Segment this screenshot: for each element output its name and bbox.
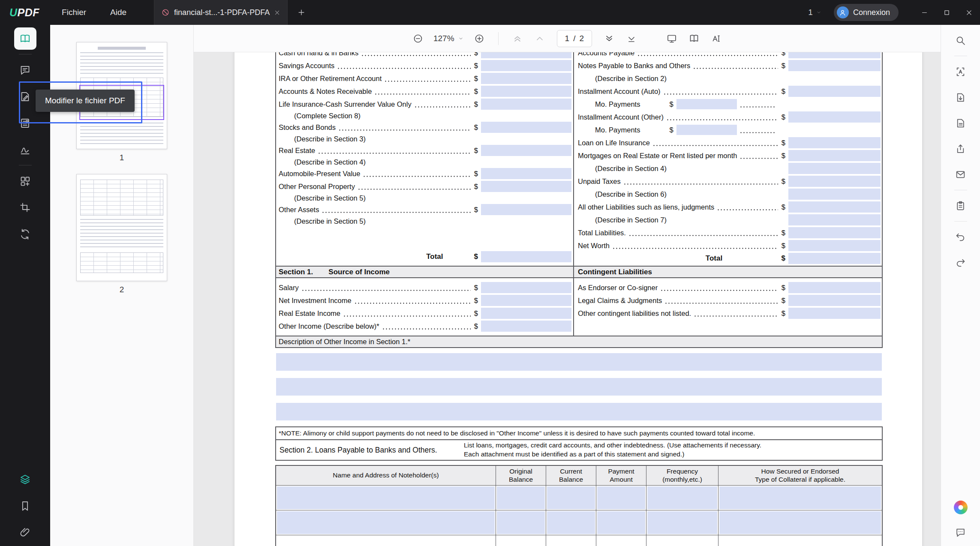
- form-field[interactable]: [676, 125, 737, 135]
- page-layout-button[interactable]: [685, 29, 703, 48]
- form-field[interactable]: [788, 150, 881, 161]
- convert-icon[interactable]: [14, 223, 36, 245]
- tab-close-icon[interactable]: [274, 9, 280, 16]
- zoom-in-button[interactable]: [470, 29, 489, 48]
- form-field[interactable]: [788, 308, 881, 319]
- form-field[interactable]: [481, 145, 571, 156]
- presentation-mode-button[interactable]: [662, 29, 681, 48]
- loan-table-field[interactable]: [597, 486, 645, 509]
- loan-table-field[interactable]: [497, 536, 545, 546]
- form-field[interactable]: [788, 111, 881, 123]
- document-tab[interactable]: financial-st...-1-PDFA-PDFA: [154, 0, 288, 25]
- loan-table-field[interactable]: [547, 486, 595, 509]
- form-field[interactable]: [481, 99, 571, 110]
- attachment-icon[interactable]: [14, 521, 36, 543]
- summary-icon[interactable]: [950, 195, 971, 216]
- form-field[interactable]: [481, 86, 571, 97]
- connexion-button[interactable]: Connexion: [834, 4, 899, 21]
- form-field[interactable]: [481, 321, 571, 332]
- form-field[interactable]: [481, 251, 571, 262]
- zoom-out-button[interactable]: [409, 29, 427, 48]
- form-field[interactable]: [788, 176, 881, 187]
- email-icon[interactable]: [950, 164, 971, 185]
- loan-table-field[interactable]: [719, 536, 881, 546]
- share-icon[interactable]: [950, 138, 971, 159]
- form-field[interactable]: [788, 282, 881, 293]
- loan-table-field[interactable]: [597, 511, 645, 534]
- last-page-button[interactable]: [622, 29, 641, 48]
- window-close-button[interactable]: [958, 0, 980, 25]
- form-field[interactable]: [788, 189, 881, 200]
- new-tab-button[interactable]: [292, 3, 311, 22]
- form-field[interactable]: [481, 122, 571, 133]
- form-field[interactable]: [481, 181, 571, 192]
- form-field[interactable]: [788, 86, 881, 97]
- loan-table-field[interactable]: [547, 511, 595, 534]
- search-icon[interactable]: [950, 30, 971, 51]
- other-income-field[interactable]: [276, 353, 882, 371]
- first-page-button[interactable]: [508, 29, 527, 48]
- loan-table-field[interactable]: [277, 536, 495, 546]
- form-field[interactable]: [788, 253, 881, 264]
- other-income-field[interactable]: [276, 378, 882, 396]
- loan-table-field[interactable]: [719, 511, 881, 534]
- loan-table-field[interactable]: [597, 536, 645, 546]
- form-field[interactable]: [788, 60, 881, 71]
- crop-icon[interactable]: [14, 196, 36, 219]
- document-canvas[interactable]: Cash on hand & in Banks$Savings Accounts…: [194, 52, 941, 546]
- form-field[interactable]: [788, 137, 881, 148]
- page-thumbnail[interactable]: [76, 174, 167, 281]
- minimize-button[interactable]: [913, 0, 935, 25]
- ai-assistant-icon[interactable]: [950, 497, 971, 518]
- form-field[interactable]: [788, 240, 881, 251]
- extract-pages-icon[interactable]: [950, 87, 971, 108]
- tab-count-dropdown[interactable]: 1: [808, 8, 822, 17]
- loan-table-field[interactable]: [719, 486, 881, 509]
- form-field[interactable]: [481, 282, 571, 293]
- page-indicator[interactable]: 1 / 2: [557, 30, 592, 47]
- menu-fichier[interactable]: Fichier: [50, 0, 98, 25]
- loan-table-field[interactable]: [547, 536, 595, 546]
- redo-icon[interactable]: [950, 252, 971, 273]
- form-field[interactable]: [788, 295, 881, 306]
- form-field[interactable]: [788, 52, 881, 58]
- organize-pages-icon[interactable]: [14, 170, 36, 192]
- bookmark-icon[interactable]: [14, 495, 36, 517]
- loan-table-field[interactable]: [497, 486, 545, 509]
- form-field[interactable]: [788, 201, 881, 213]
- signature-icon[interactable]: [14, 138, 36, 161]
- form-field[interactable]: [788, 163, 881, 174]
- loans-table: Name and Address of Noteholder(s)Origina…: [275, 465, 883, 546]
- form-field[interactable]: [676, 99, 737, 109]
- form-field[interactable]: [481, 308, 571, 319]
- form-field[interactable]: [481, 204, 571, 215]
- current-page-field[interactable]: 1: [565, 34, 570, 43]
- form-field[interactable]: [481, 73, 571, 84]
- page-tools-icon[interactable]: [950, 113, 971, 133]
- maximize-button[interactable]: [935, 0, 958, 25]
- form-field[interactable]: [788, 227, 881, 238]
- zoom-level-dropdown[interactable]: 127%: [431, 34, 466, 43]
- loan-table-field[interactable]: [647, 536, 717, 546]
- next-page-button[interactable]: [600, 29, 619, 48]
- other-income-field[interactable]: [276, 403, 882, 420]
- loan-table-field[interactable]: [497, 511, 545, 534]
- loan-table-field[interactable]: [277, 486, 495, 509]
- form-field[interactable]: [481, 168, 571, 179]
- feedback-icon[interactable]: [950, 522, 971, 543]
- form-field[interactable]: [481, 295, 571, 306]
- text-select-button[interactable]: [707, 29, 726, 48]
- undo-icon[interactable]: [950, 227, 971, 247]
- reader-mode-icon[interactable]: [14, 27, 36, 50]
- comment-icon[interactable]: [14, 59, 36, 81]
- loan-table-field[interactable]: [647, 511, 717, 534]
- previous-page-button[interactable]: [530, 29, 549, 48]
- ocr-icon[interactable]: [950, 61, 971, 82]
- form-field[interactable]: [481, 52, 571, 58]
- form-field[interactable]: [481, 60, 571, 71]
- form-field[interactable]: [788, 214, 881, 225]
- loan-table-field[interactable]: [277, 511, 495, 534]
- menu-aide[interactable]: Aide: [98, 0, 138, 25]
- loan-table-field[interactable]: [647, 486, 717, 509]
- layers-icon[interactable]: [14, 468, 36, 490]
